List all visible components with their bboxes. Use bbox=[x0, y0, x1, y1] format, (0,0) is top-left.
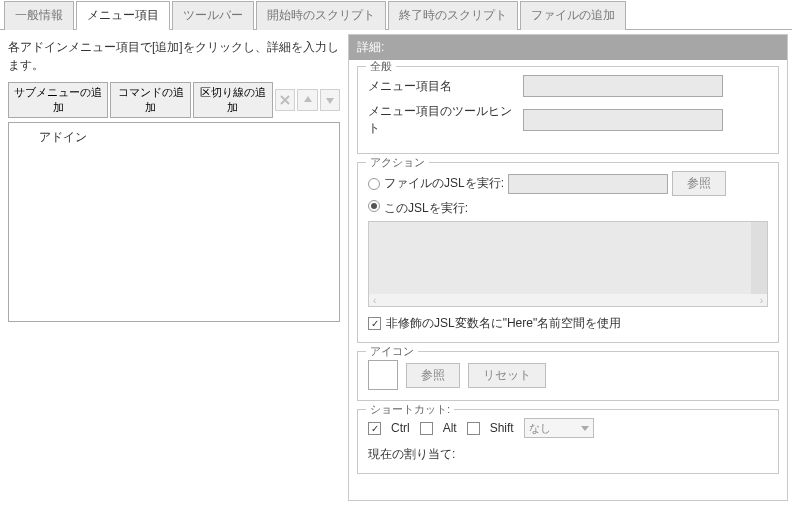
shift-label: Shift bbox=[490, 421, 514, 435]
icon-legend: アイコン bbox=[366, 344, 418, 359]
key-select[interactable]: なし bbox=[524, 418, 594, 438]
scrollbar-vertical[interactable] bbox=[751, 222, 767, 294]
run-file-radio[interactable] bbox=[368, 178, 380, 190]
alt-label: Alt bbox=[443, 421, 457, 435]
detail-header: 詳細: bbox=[349, 35, 787, 60]
action-legend: アクション bbox=[366, 155, 429, 170]
move-down-icon bbox=[320, 89, 340, 111]
detail-panel: 詳細: 全般 メニュー項目名 メニュー項目のツールヒント アクション ファイルの… bbox=[348, 34, 788, 501]
run-this-radio[interactable] bbox=[368, 200, 380, 212]
run-file-input[interactable] bbox=[508, 174, 668, 194]
move-up-icon bbox=[297, 89, 317, 111]
current-assignment-label: 現在の割り当て: bbox=[368, 446, 455, 463]
left-panel: 各アドインメニュー項目で[追加]をクリックし、詳細を入力します。 サブメニューの… bbox=[0, 30, 348, 505]
shift-checkbox[interactable] bbox=[467, 422, 480, 435]
menu-name-label: メニュー項目名 bbox=[368, 78, 523, 95]
script-textarea[interactable]: ‹› bbox=[368, 221, 768, 307]
general-legend: 全般 bbox=[366, 60, 396, 74]
tab-shutdown-script[interactable]: 終了時のスクリプト bbox=[388, 1, 518, 30]
tab-toolbar[interactable]: ツールバー bbox=[172, 1, 254, 30]
browse-file-button[interactable]: 参照 bbox=[672, 171, 726, 196]
delete-icon bbox=[275, 89, 295, 111]
run-this-label: このJSLを実行: bbox=[384, 200, 468, 217]
tab-menu-items[interactable]: メニュー項目 bbox=[76, 1, 170, 30]
icon-fieldset: アイコン 参照 リセット bbox=[357, 351, 779, 401]
add-command-button[interactable]: コマンドの追加 bbox=[110, 82, 190, 118]
tree-item[interactable]: アドイン bbox=[21, 127, 327, 148]
instruction-text: 各アドインメニュー項目で[追加]をクリックし、詳細を入力します。 bbox=[8, 38, 340, 74]
menu-tooltip-input[interactable] bbox=[523, 109, 723, 131]
ctrl-checkbox[interactable] bbox=[368, 422, 381, 435]
shortcut-fieldset: ショートカット: Ctrl Alt Shift なし 現在の割り当て: bbox=[357, 409, 779, 474]
reset-icon-button[interactable]: リセット bbox=[468, 363, 546, 388]
alt-checkbox[interactable] bbox=[420, 422, 433, 435]
menu-tooltip-label: メニュー項目のツールヒント bbox=[368, 103, 523, 137]
menu-tree[interactable]: アドイン bbox=[8, 122, 340, 322]
tab-startup-script[interactable]: 開始時のスクリプト bbox=[256, 1, 386, 30]
shortcut-legend: ショートカット: bbox=[366, 402, 454, 417]
add-separator-button[interactable]: 区切り線の追加 bbox=[193, 82, 273, 118]
action-fieldset: アクション ファイルのJSLを実行: 参照 このJSLを実行: ‹› bbox=[357, 162, 779, 343]
here-namespace-label: 非修飾のJSL変数名に"Here"名前空間を使用 bbox=[386, 315, 621, 332]
menu-name-input[interactable] bbox=[523, 75, 723, 97]
icon-preview bbox=[368, 360, 398, 390]
add-submenu-button[interactable]: サブメニューの追加 bbox=[8, 82, 108, 118]
browse-icon-button[interactable]: 参照 bbox=[406, 363, 460, 388]
tab-general[interactable]: 一般情報 bbox=[4, 1, 74, 30]
tab-add-files[interactable]: ファイルの追加 bbox=[520, 1, 626, 30]
menu-toolbar: サブメニューの追加 コマンドの追加 区切り線の追加 bbox=[8, 82, 340, 118]
tab-bar: 一般情報 メニュー項目 ツールバー 開始時のスクリプト 終了時のスクリプト ファ… bbox=[0, 0, 792, 30]
general-fieldset: 全般 メニュー項目名 メニュー項目のツールヒント bbox=[357, 66, 779, 154]
run-file-label: ファイルのJSLを実行: bbox=[384, 175, 504, 192]
scrollbar-horizontal[interactable]: ‹› bbox=[369, 294, 767, 306]
here-namespace-checkbox[interactable] bbox=[368, 317, 381, 330]
ctrl-label: Ctrl bbox=[391, 421, 410, 435]
